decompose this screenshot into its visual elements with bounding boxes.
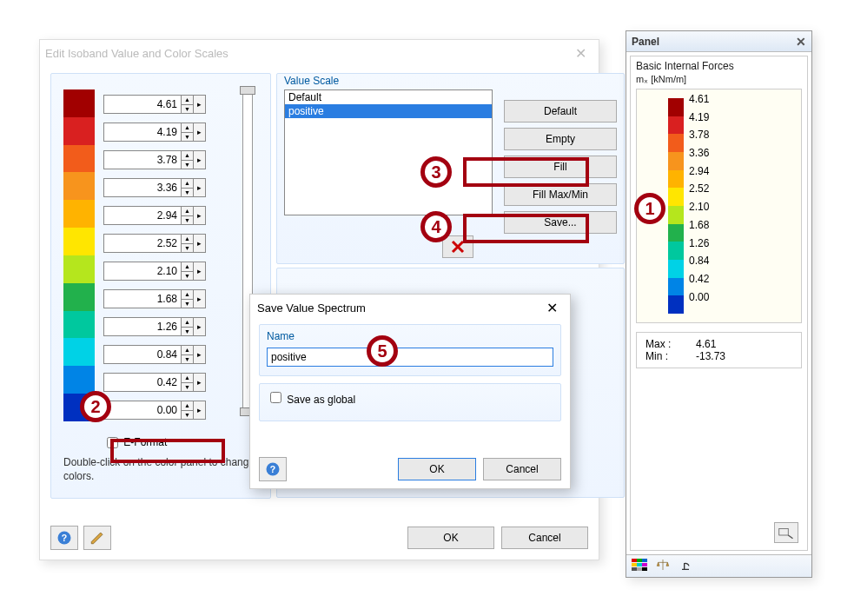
spinner-buttons[interactable]: ▲▼: [182, 178, 194, 197]
spin-up-icon[interactable]: ▲: [182, 96, 193, 105]
spin-down-icon[interactable]: ▼: [182, 161, 193, 169]
save-dialog-titlebar[interactable]: Save Value Spectrum ✕: [250, 295, 570, 321]
spin-up-icon[interactable]: ▲: [182, 374, 193, 383]
popup-arrow-icon[interactable]: ▸: [194, 123, 206, 142]
value-input[interactable]: [103, 234, 182, 253]
default-button[interactable]: Default: [504, 100, 617, 123]
value-input[interactable]: [103, 178, 182, 197]
ok-button[interactable]: OK: [398, 458, 476, 480]
empty-button[interactable]: Empty: [504, 128, 617, 150]
spin-down-icon[interactable]: ▼: [182, 300, 193, 308]
spin-down-icon[interactable]: ▼: [182, 189, 193, 197]
edit-button[interactable]: [83, 526, 111, 550]
color-swatch[interactable]: [63, 338, 95, 366]
popup-arrow-icon[interactable]: ▸: [194, 317, 206, 336]
spinner-buttons[interactable]: ▲▼: [182, 345, 194, 364]
value-input[interactable]: [103, 95, 182, 114]
spin-down-icon[interactable]: ▼: [182, 216, 193, 225]
close-icon[interactable]: ✕: [568, 45, 593, 62]
close-icon[interactable]: ✕: [541, 300, 563, 316]
spin-up-icon[interactable]: ▲: [182, 123, 193, 133]
palette-icon[interactable]: [632, 559, 647, 573]
value-input[interactable]: [103, 345, 182, 364]
popup-arrow-icon[interactable]: ▸: [194, 373, 206, 392]
spinner-buttons[interactable]: ▲▼: [182, 289, 194, 308]
save-button[interactable]: Save...: [504, 211, 617, 234]
spin-down-icon[interactable]: ▼: [182, 328, 193, 336]
properties-button[interactable]: [774, 522, 798, 543]
ok-button[interactable]: OK: [407, 527, 494, 549]
color-swatch[interactable]: [63, 283, 95, 311]
fillmaxmin-button[interactable]: Fill Max/Min: [504, 183, 617, 206]
value-input[interactable]: [103, 401, 182, 420]
spinner-buttons[interactable]: ▲▼: [182, 95, 194, 114]
color-swatch[interactable]: [63, 200, 95, 228]
popup-arrow-icon[interactable]: ▸: [194, 345, 206, 364]
spinner-buttons[interactable]: ▲▼: [182, 150, 194, 169]
popup-arrow-icon[interactable]: ▸: [194, 178, 206, 197]
value-input[interactable]: [103, 289, 182, 308]
spinner-buttons[interactable]: ▲▼: [182, 262, 194, 281]
spin-up-icon[interactable]: ▲: [182, 346, 193, 355]
spin-up-icon[interactable]: ▲: [182, 207, 193, 216]
dialog-titlebar[interactable]: Edit Isoband Value and Color Scales ✕: [40, 40, 599, 66]
value-scale-list[interactable]: Defaultpositive: [284, 89, 493, 215]
cancel-button[interactable]: Cancel: [483, 458, 561, 480]
spinner-buttons[interactable]: ▲▼: [182, 123, 194, 142]
balance-icon[interactable]: [656, 558, 670, 574]
spinner-buttons[interactable]: ▲▼: [182, 206, 194, 225]
help-button[interactable]: ?: [259, 457, 287, 481]
spin-down-icon[interactable]: ▼: [182, 244, 193, 253]
spin-down-icon[interactable]: ▼: [182, 133, 193, 142]
spinner-buttons[interactable]: ▲▼: [182, 373, 194, 392]
delete-scale-button[interactable]: [442, 235, 473, 258]
color-swatch[interactable]: [63, 89, 95, 117]
save-global-checkbox[interactable]: Save as global: [267, 394, 355, 406]
color-swatch[interactable]: [63, 145, 95, 173]
spin-up-icon[interactable]: ▲: [182, 401, 193, 411]
microscope-icon[interactable]: [679, 558, 692, 574]
help-button[interactable]: ?: [50, 526, 78, 550]
save-global-checkbox-input[interactable]: [270, 392, 281, 403]
spin-up-icon[interactable]: ▲: [182, 179, 193, 189]
cancel-button[interactable]: Cancel: [501, 527, 588, 549]
popup-arrow-icon[interactable]: ▸: [194, 150, 206, 169]
value-input[interactable]: [103, 123, 182, 142]
value-input[interactable]: [103, 373, 182, 392]
value-input[interactable]: [103, 317, 182, 336]
color-swatch[interactable]: [63, 117, 95, 145]
value-scale-item[interactable]: Default: [285, 90, 492, 104]
close-icon[interactable]: ✕: [796, 35, 806, 49]
name-input[interactable]: [267, 348, 553, 367]
spinner-buttons[interactable]: ▲▼: [182, 317, 194, 336]
panel-header[interactable]: Panel ✕: [626, 31, 811, 52]
spin-up-icon[interactable]: ▲: [182, 151, 193, 161]
spin-down-icon[interactable]: ▼: [182, 105, 193, 114]
popup-arrow-icon[interactable]: ▸: [194, 95, 206, 114]
popup-arrow-icon[interactable]: ▸: [194, 234, 206, 253]
popup-arrow-icon[interactable]: ▸: [194, 289, 206, 308]
value-input[interactable]: [103, 262, 182, 281]
spin-down-icon[interactable]: ▼: [182, 411, 193, 420]
fill-button[interactable]: Fill: [504, 156, 617, 178]
value-input[interactable]: [103, 206, 182, 225]
popup-arrow-icon[interactable]: ▸: [194, 401, 206, 420]
eformat-checkbox-input[interactable]: [107, 437, 118, 448]
popup-arrow-icon[interactable]: ▸: [194, 206, 206, 225]
spin-up-icon[interactable]: ▲: [182, 290, 193, 300]
spin-up-icon[interactable]: ▲: [182, 318, 193, 328]
spin-down-icon[interactable]: ▼: [182, 272, 193, 281]
color-swatch[interactable]: [63, 311, 95, 339]
color-swatch[interactable]: [63, 255, 95, 283]
spin-down-icon[interactable]: ▼: [182, 383, 193, 392]
spin-down-icon[interactable]: ▼: [182, 355, 193, 364]
popup-arrow-icon[interactable]: ▸: [194, 262, 206, 281]
eformat-checkbox[interactable]: E-Format: [103, 434, 167, 451]
spin-up-icon[interactable]: ▲: [182, 262, 193, 272]
value-input[interactable]: [103, 150, 182, 169]
spin-up-icon[interactable]: ▲: [182, 235, 193, 244]
color-swatch[interactable]: [63, 366, 95, 394]
spinner-buttons[interactable]: ▲▼: [182, 234, 194, 253]
spinner-buttons[interactable]: ▲▼: [182, 401, 194, 420]
color-swatch[interactable]: [63, 172, 95, 200]
